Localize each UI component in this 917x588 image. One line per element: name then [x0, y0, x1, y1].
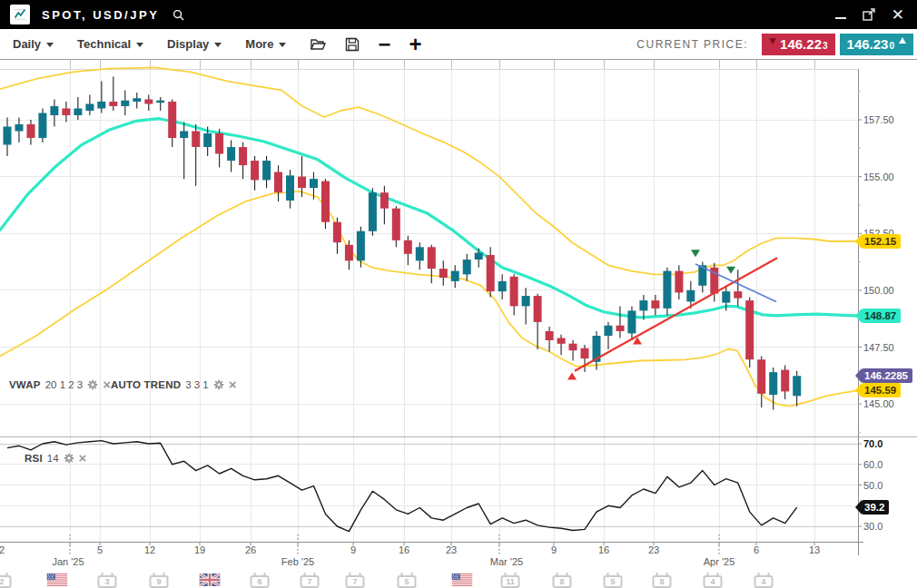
close-icon[interactable]: ✕: [892, 7, 904, 23]
ask-price-value: 146.23: [847, 36, 889, 52]
title-bar: SPOT, USD/JPY ✕: [0, 0, 917, 29]
gear-icon[interactable]: [87, 379, 98, 390]
interval-menu-label: Daily: [13, 37, 41, 51]
chevron-down-icon: [136, 43, 143, 47]
display-menu[interactable]: Display: [167, 37, 222, 51]
vwap-indicator-label: VWAP 20 1 2 3 ×: [9, 379, 111, 390]
window-controls: ✕: [835, 7, 917, 23]
close-icon[interactable]: ×: [79, 453, 87, 464]
rsi-indicator-name: RSI: [25, 453, 43, 464]
bid-price-value: 146.22: [780, 36, 822, 52]
rsi-indicator-label: RSI 14 ×: [25, 453, 86, 464]
app-chart-icon: [10, 5, 30, 24]
vwap-indicator-name: VWAP: [9, 379, 41, 390]
technical-menu-label: Technical: [77, 37, 131, 51]
current-price-area: CURRENT PRICE: 146.22 3 146.23 0: [636, 34, 913, 55]
ask-price-pip: 0: [889, 41, 894, 51]
search-icon[interactable]: [172, 8, 185, 22]
bid-price-badge: 146.22 3: [762, 34, 834, 55]
chevron-down-icon: [279, 43, 286, 47]
close-icon[interactable]: ×: [229, 379, 237, 390]
zoom-out-icon[interactable]: −: [378, 35, 390, 54]
chevron-down-icon: [214, 43, 222, 47]
current-price-label: CURRENT PRICE:: [636, 38, 748, 51]
zoom-in-icon[interactable]: +: [409, 35, 421, 54]
more-menu-label: More: [245, 37, 273, 51]
ask-price-badge: 146.23 0: [840, 34, 913, 55]
auto-trend-indicator-params: 3 3 1: [185, 379, 209, 390]
rsi-indicator-params: 14: [47, 453, 59, 464]
technical-menu[interactable]: Technical: [77, 37, 143, 51]
display-menu-label: Display: [167, 37, 209, 51]
trading-app-window: { "window": { "title": "SPOT, USD/JPY", …: [0, 0, 917, 588]
more-menu[interactable]: More: [245, 37, 286, 51]
bid-price-pip: 3: [823, 41, 828, 51]
auto-trend-indicator-label: AUTO TREND 3 3 1 ×: [111, 379, 237, 390]
price-down-arrow-icon: [769, 38, 776, 44]
gear-icon[interactable]: [213, 379, 224, 390]
candlestick-chart[interactable]: [0, 60, 917, 588]
close-icon[interactable]: ×: [103, 379, 111, 390]
popout-icon[interactable]: [862, 7, 876, 22]
vwap-indicator-params: 20 1 2 3: [45, 379, 84, 390]
minimize-icon[interactable]: [835, 10, 846, 19]
price-up-arrow-icon: [899, 37, 906, 44]
gear-icon[interactable]: [64, 453, 74, 464]
interval-menu[interactable]: Daily: [13, 37, 54, 51]
chart-toolbar: Daily Technical Display More − + CURRENT…: [0, 29, 917, 60]
window-title: SPOT, USD/JPY: [42, 8, 159, 22]
chevron-down-icon: [46, 43, 54, 47]
auto-trend-indicator-name: AUTO TREND: [111, 379, 181, 390]
open-folder-icon[interactable]: [310, 37, 327, 52]
save-icon[interactable]: [345, 37, 360, 52]
